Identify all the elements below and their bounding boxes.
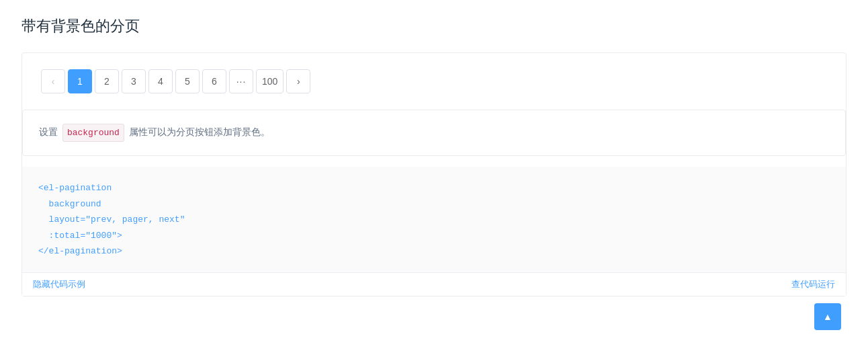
page-title: 带有背景色的分页 bbox=[21, 16, 847, 36]
demo-block: ‹ 1 2 3 4 5 6 ··· 100 › 设置 background 属性… bbox=[21, 52, 847, 296]
page-button-100[interactable]: 100 bbox=[256, 69, 284, 93]
hide-code-link[interactable]: 隐藏代码示例 bbox=[33, 278, 85, 290]
page-button-1[interactable]: 1 bbox=[68, 69, 92, 93]
demo-preview: ‹ 1 2 3 4 5 6 ··· 100 › bbox=[22, 53, 846, 110]
page-button-4[interactable]: 4 bbox=[148, 69, 173, 93]
scroll-top-button[interactable] bbox=[814, 303, 841, 330]
bottom-bar: 隐藏代码示例 查代码运行 bbox=[22, 272, 846, 296]
description-code-tag: background bbox=[62, 124, 124, 142]
run-code-link[interactable]: 查代码运行 bbox=[791, 278, 835, 290]
page-ellipsis[interactable]: ··· bbox=[229, 69, 253, 93]
code-block: <el-pagination background layout="prev, … bbox=[22, 167, 846, 272]
pagination-wrapper: ‹ 1 2 3 4 5 6 ··· 100 › bbox=[41, 69, 827, 93]
page-button-3[interactable]: 3 bbox=[122, 69, 146, 93]
description-prefix: 设置 bbox=[39, 126, 58, 137]
description-block: 设置 background 属性可以为分页按钮添加背景色。 bbox=[22, 110, 846, 156]
page-button-6[interactable]: 6 bbox=[202, 69, 226, 93]
code-pre: <el-pagination background layout="prev, … bbox=[38, 180, 830, 259]
page-button-2[interactable]: 2 bbox=[95, 69, 119, 93]
next-button[interactable]: › bbox=[286, 69, 310, 93]
page-button-5[interactable]: 5 bbox=[175, 69, 200, 93]
description-suffix: 属性可以为分页按钮添加背景色。 bbox=[129, 126, 270, 137]
page-container: 带有背景色的分页 ‹ 1 2 3 4 5 6 ··· 100 › 设置 back… bbox=[0, 0, 868, 357]
prev-button[interactable]: ‹ bbox=[41, 69, 65, 93]
